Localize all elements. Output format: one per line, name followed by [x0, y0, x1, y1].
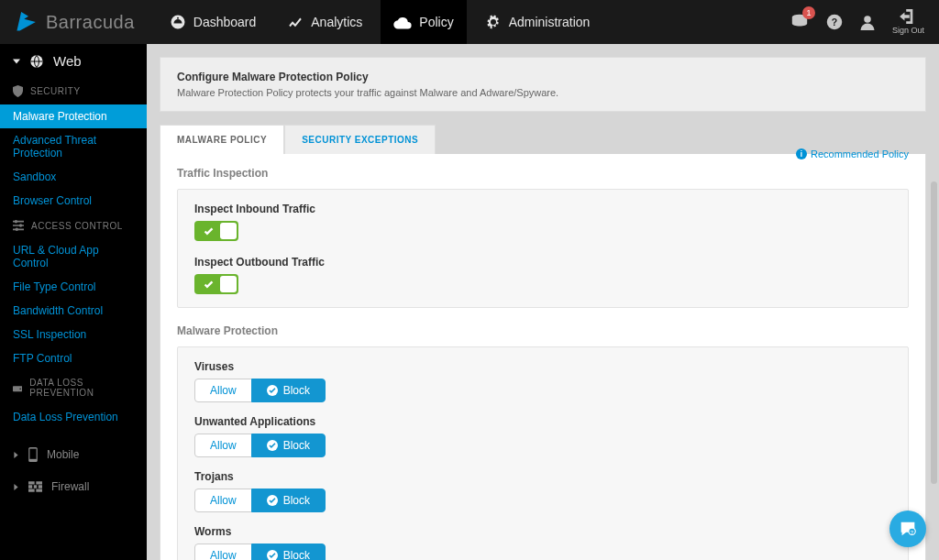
segmented-unwanted-apps: Allow Block: [194, 434, 326, 457]
signout-button[interactable]: Sign Out: [892, 9, 924, 35]
sideitem-dlp[interactable]: Data Loss Prevention: [0, 405, 147, 429]
sideitem-advanced-threat[interactable]: Advanced Threat Protection: [0, 128, 147, 165]
help-icon[interactable]: ?: [826, 14, 843, 30]
tab-security-exceptions[interactable]: SECURITY EXCEPTIONS: [284, 125, 436, 154]
brand-logo-icon: [17, 12, 40, 32]
sidenode-label: Mobile: [47, 448, 79, 461]
nav-label: Dashboard: [193, 15, 257, 29]
sliders-icon: [13, 220, 24, 231]
block-button[interactable]: Block: [251, 489, 326, 512]
sidenode-label: Firewall: [51, 480, 89, 493]
section-traffic: Inspect Inbound Traffic Inspect Outbound…: [177, 189, 909, 308]
brand: Barracuda: [0, 0, 151, 44]
nav-dashboard[interactable]: Dashboard: [157, 0, 270, 44]
policy-icon: [393, 14, 412, 30]
segmented-trojans: Allow Block: [194, 489, 326, 512]
svg-point-9: [19, 388, 20, 389]
badge-count: 1: [802, 6, 815, 19]
caret-right-icon: [13, 452, 19, 458]
nav-label: Analytics: [311, 15, 362, 29]
panel: i Recommended Policy Traffic Inspection …: [160, 154, 926, 560]
sideheader-dlp: DATA LOSS PREVENTION: [0, 370, 147, 405]
toggle-knob: [220, 276, 237, 292]
block-button[interactable]: Block: [251, 379, 326, 402]
signout-icon: [900, 9, 916, 24]
recommended-policy-link[interactable]: i Recommended Policy: [796, 148, 909, 159]
label-unwanted-apps: Unwanted Applications: [194, 415, 891, 428]
sideitem-browser-control[interactable]: Browser Control: [0, 189, 147, 213]
sideitem-sandbox[interactable]: Sandbox: [0, 165, 147, 189]
nav-administration[interactable]: Administration: [472, 0, 603, 44]
sideitem-url-cloud[interactable]: URL & Cloud App Control: [0, 238, 147, 275]
section-malware: Viruses Allow Block Unwanted Application…: [177, 346, 909, 560]
check-circle-icon: [267, 495, 278, 506]
sidebar: Web SECURITY Malware Protection Advanced…: [0, 44, 147, 560]
globe-icon: [29, 54, 44, 69]
main-content: Configure Malware Protection Policy Malw…: [147, 44, 939, 560]
allow-button[interactable]: Allow: [194, 434, 252, 457]
svg-point-5: [15, 220, 17, 223]
sidenode-label: Web: [53, 53, 82, 69]
notifications-button[interactable]: 1: [790, 12, 810, 33]
tab-malware-policy[interactable]: MALWARE POLICY: [160, 125, 284, 154]
toggle-knob: [220, 223, 237, 239]
administration-icon: [485, 14, 502, 30]
label-trojans: Trojans: [194, 470, 891, 483]
sideheader-security: SECURITY: [0, 78, 147, 104]
firewall-icon: [28, 481, 42, 492]
label-inbound: Inspect Inbound Traffic: [194, 203, 891, 215]
page-subtitle: Malware Protection Policy protects your …: [177, 87, 909, 98]
brand-text: Barracuda: [46, 12, 135, 33]
svg-point-3: [864, 16, 871, 23]
nav-policy[interactable]: Policy: [381, 0, 466, 44]
check-icon: [196, 280, 220, 290]
allow-button[interactable]: Allow: [194, 489, 252, 512]
sideitem-ftp[interactable]: FTP Control: [0, 346, 147, 370]
shield-icon: [13, 85, 23, 97]
label-worms: Worms: [194, 525, 891, 538]
block-button[interactable]: Block: [251, 544, 326, 560]
sideheader-access: ACCESS CONTROL: [0, 213, 147, 238]
mobile-icon: [28, 447, 38, 462]
block-button[interactable]: Block: [251, 434, 326, 457]
page-header: Configure Malware Protection Policy Malw…: [160, 57, 926, 112]
info-icon: i: [796, 148, 807, 159]
toggle-outbound[interactable]: [194, 274, 238, 294]
toggle-inbound[interactable]: [194, 221, 238, 241]
sideitem-file-type[interactable]: File Type Control: [0, 275, 147, 299]
sideitem-ssl[interactable]: SSL Inspection: [0, 323, 147, 346]
sidenode-mobile[interactable]: Mobile: [0, 438, 147, 471]
check-circle-icon: [267, 385, 278, 396]
label-outbound: Inspect Outbound Traffic: [194, 256, 891, 269]
dashboard-icon: [170, 14, 186, 30]
check-circle-icon: [267, 440, 278, 451]
topnav: Dashboard Analytics Policy Administratio…: [157, 0, 603, 44]
allow-button[interactable]: Allow: [194, 379, 252, 402]
analytics-icon: [287, 14, 304, 30]
sideitem-malware-protection[interactable]: Malware Protection: [0, 104, 147, 128]
sidenode-firewall[interactable]: Firewall: [0, 471, 147, 502]
user-icon[interactable]: [859, 14, 876, 30]
check-circle-icon: [267, 550, 278, 560]
segmented-viruses: Allow Block: [194, 379, 326, 402]
allow-button[interactable]: Allow: [194, 544, 252, 560]
section-traffic-title: Traffic Inspection: [177, 167, 909, 180]
sidenode-web[interactable]: Web: [0, 44, 147, 78]
svg-text:?: ?: [832, 16, 837, 27]
topbar-right: 1 ? Sign Out: [784, 9, 930, 35]
svg-text:?: ?: [911, 530, 913, 535]
sideitem-bandwidth[interactable]: Bandwidth Control: [0, 299, 147, 323]
caret-right-icon: [13, 484, 19, 490]
section-malware-title: Malware Protection: [177, 324, 909, 337]
label-viruses: Viruses: [194, 360, 891, 373]
check-icon: [196, 226, 220, 236]
nav-analytics[interactable]: Analytics: [274, 0, 375, 44]
drive-icon: [13, 383, 22, 393]
svg-rect-11: [29, 449, 36, 459]
svg-point-6: [19, 224, 22, 226]
scrollbar[interactable]: [931, 181, 937, 530]
topbar: Barracuda Dashboard Analytics Policy Adm…: [0, 0, 939, 44]
nav-label: Policy: [419, 15, 453, 29]
help-fab[interactable]: ?: [889, 511, 926, 547]
nav-label: Administration: [509, 15, 591, 29]
